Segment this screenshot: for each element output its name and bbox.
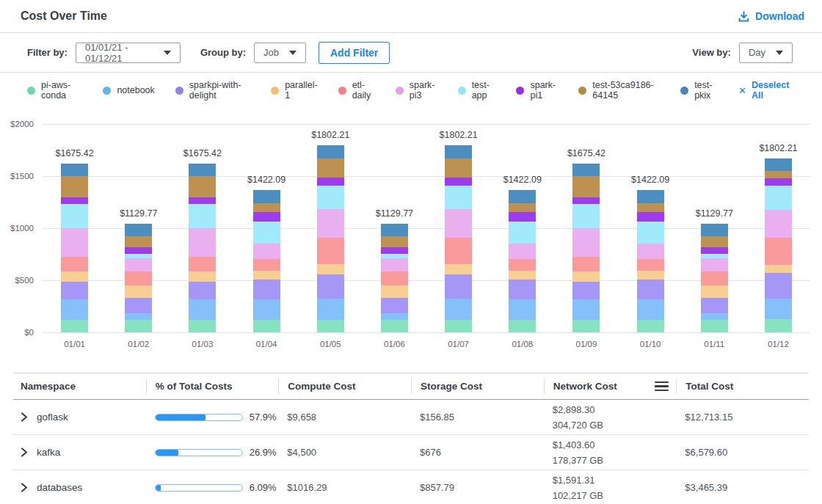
stacked-bar-01/05[interactable]: $1802.21 (317, 145, 344, 332)
bar-segment-test-pkix[interactable] (445, 145, 472, 158)
bar-segment-parallel-1[interactable] (701, 285, 728, 298)
stacked-bar-01/04[interactable]: $1422.09 (253, 190, 280, 332)
bar-segment-test-app[interactable] (253, 222, 280, 244)
bar-segment-test-53ca9186-64145[interactable] (61, 176, 88, 197)
bar-segment-parallel-1[interactable] (637, 271, 664, 280)
bar-segment-test-pkix[interactable] (253, 190, 280, 203)
bar-segment-test-pkix[interactable] (701, 224, 728, 236)
bar-segment-test-53ca9186-64145[interactable] (765, 171, 792, 178)
bar-segment-pi-aws-conda[interactable] (509, 320, 536, 332)
stacked-bar-01/02[interactable]: $1129.77 (125, 224, 152, 332)
bar-segment-parallel-1[interactable] (317, 264, 344, 274)
bar-segment-spark-pi3[interactable] (317, 209, 344, 238)
bar-segment-parallel-1[interactable] (445, 264, 472, 274)
bar-segment-etl-daily[interactable] (765, 238, 792, 265)
date-range-dropdown[interactable]: 01/01/21 - 01/12/21 (76, 43, 181, 63)
bar-segment-test-53ca9186-64145[interactable] (701, 236, 728, 247)
bar-segment-notebook[interactable] (445, 299, 472, 319)
bar-segment-test-53ca9186-64145[interactable] (381, 236, 408, 247)
bar-segment-pi-aws-conda[interactable] (61, 320, 88, 332)
bar-segment-test-pkix[interactable] (572, 164, 600, 176)
bar-segment-sparkpi-with-delight[interactable] (317, 274, 344, 299)
bar-segment-sparkpi-with-delight[interactable] (765, 273, 792, 299)
column-header-namespace[interactable]: Namespace (13, 379, 146, 394)
bar-segment-test-pkix[interactable] (509, 190, 536, 203)
bar-segment-notebook[interactable] (637, 299, 664, 320)
column-header-compute-cost[interactable]: Compute Cost (278, 379, 411, 394)
stacked-bar-01/12[interactable]: $1802.21 (765, 158, 792, 332)
bar-segment-test-app[interactable] (765, 186, 792, 210)
bar-segment-pi-aws-conda[interactable] (445, 320, 472, 332)
bar-segment-spark-pi3[interactable] (637, 244, 664, 259)
bar-segment-spark-pi1[interactable] (125, 247, 152, 254)
bar-segment-pi-aws-conda[interactable] (637, 320, 664, 332)
bar-segment-spark-pi3[interactable] (125, 258, 152, 271)
group-by-dropdown[interactable]: Job (254, 43, 306, 63)
bar-segment-notebook[interactable] (572, 299, 600, 319)
bar-segment-spark-pi3[interactable] (189, 228, 216, 257)
bar-segment-spark-pi1[interactable] (445, 178, 472, 186)
bar-segment-pi-aws-conda[interactable] (381, 320, 408, 332)
bar-segment-spark-pi3[interactable] (701, 258, 728, 271)
bar-segment-test-53ca9186-64145[interactable] (445, 158, 472, 178)
table-row-kafka[interactable]: kafka26.9%$4,500$676$1,403.60178,377 GB$… (13, 435, 809, 470)
column-header-pct-total-costs[interactable]: % of Total Costs (146, 379, 279, 394)
download-button[interactable]: Download (738, 10, 804, 23)
bar-segment-parallel-1[interactable] (253, 271, 280, 280)
bar-segment-pi-aws-conda[interactable] (189, 320, 216, 332)
bar-segment-test-pkix[interactable] (637, 190, 664, 203)
bar-segment-sparkpi-with-delight[interactable] (509, 280, 536, 299)
bar-segment-test-app[interactable] (572, 204, 600, 227)
bar-segment-spark-pi3[interactable] (572, 228, 600, 257)
bar-segment-notebook[interactable] (381, 313, 408, 320)
expand-chevron-icon[interactable] (21, 483, 28, 492)
bar-segment-test-pkix[interactable] (189, 164, 216, 176)
bar-segment-parallel-1[interactable] (509, 271, 536, 280)
bar-segment-notebook[interactable] (61, 299, 88, 319)
stacked-bar-01/11[interactable]: $1129.77 (701, 224, 728, 332)
bar-segment-etl-daily[interactable] (701, 271, 728, 285)
bar-segment-test-app[interactable] (61, 204, 88, 227)
bar-segment-etl-daily[interactable] (637, 259, 664, 271)
bar-segment-spark-pi1[interactable] (189, 197, 216, 204)
bar-segment-pi-aws-conda[interactable] (253, 320, 280, 332)
stacked-bar-01/01[interactable]: $1675.42 (61, 164, 88, 332)
bar-segment-spark-pi1[interactable] (381, 247, 408, 254)
stacked-bar-01/08[interactable]: $1422.09 (509, 190, 536, 332)
bar-segment-test-53ca9186-64145[interactable] (509, 203, 536, 212)
bar-segment-pi-aws-conda[interactable] (317, 320, 344, 332)
expand-chevron-icon[interactable] (21, 448, 28, 457)
bar-segment-notebook[interactable] (125, 313, 152, 320)
bar-segment-test-app[interactable] (445, 186, 472, 210)
stacked-bar-01/10[interactable]: $1422.09 (637, 190, 664, 332)
bar-segment-etl-daily[interactable] (509, 259, 536, 271)
deselect-all-button[interactable]: ✕ Deselect All (738, 80, 795, 101)
bar-segment-etl-daily[interactable] (317, 238, 344, 264)
view-by-dropdown[interactable]: Day (739, 43, 793, 63)
bar-segment-sparkpi-with-delight[interactable] (701, 298, 728, 313)
stacked-bar-01/09[interactable]: $1675.42 (572, 164, 600, 332)
bar-segment-notebook[interactable] (189, 299, 216, 319)
bar-segment-spark-pi3[interactable] (509, 244, 536, 259)
legend-item-spark-pi3[interactable]: spark-pi3 (396, 80, 437, 101)
legend-item-pi-aws-conda[interactable]: pi-aws-conda (27, 80, 82, 101)
stacked-bar-01/03[interactable]: $1675.42 (189, 164, 216, 332)
bar-segment-spark-pi1[interactable] (253, 212, 280, 222)
stacked-bar-01/07[interactable]: $1802.21 (445, 145, 472, 332)
table-row-databases[interactable]: databases6.09%$1016.29$857.79$1,591.3110… (13, 470, 809, 504)
bar-segment-test-53ca9186-64145[interactable] (253, 203, 280, 212)
bar-segment-test-pkix[interactable] (317, 145, 344, 158)
bar-segment-etl-daily[interactable] (381, 271, 408, 285)
bar-segment-parallel-1[interactable] (381, 285, 408, 298)
expand-chevron-icon[interactable] (21, 412, 28, 422)
bar-segment-spark-pi3[interactable] (61, 228, 88, 257)
bar-segment-etl-daily[interactable] (61, 257, 88, 271)
bar-segment-parallel-1[interactable] (61, 271, 88, 282)
bar-segment-test-pkix[interactable] (61, 164, 88, 176)
bar-segment-sparkpi-with-delight[interactable] (381, 298, 408, 313)
bar-segment-spark-pi3[interactable] (381, 258, 408, 271)
bar-segment-test-app[interactable] (189, 204, 216, 227)
bar-segment-parallel-1[interactable] (572, 271, 600, 282)
legend-item-test-pkix[interactable]: test-pkix (680, 80, 719, 101)
bar-segment-spark-pi1[interactable] (572, 197, 600, 204)
